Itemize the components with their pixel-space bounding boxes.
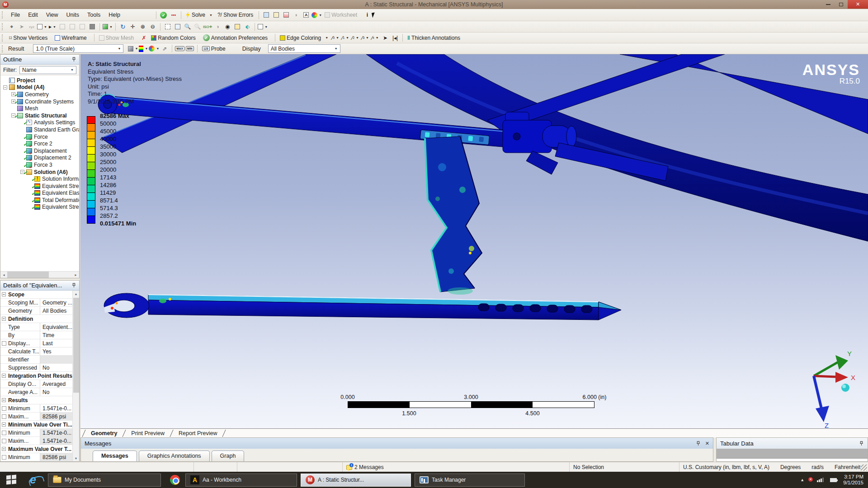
close-icon[interactable]: ✕ <box>705 441 709 446</box>
tree-item-force[interactable]: ✓ Force <box>0 133 79 141</box>
tree-item-standard-earth-gravity[interactable]: Standard Earth Gravity <box>0 126 79 133</box>
taskbar-workbench[interactable]: A Aa - Workbench <box>185 474 297 487</box>
iso-view-icon[interactable]: ISO✛ <box>203 22 212 31</box>
collapse-icon[interactable]: − <box>3 85 7 89</box>
details-row[interactable]: ByTime <box>0 331 72 339</box>
magnifier-green-icon[interactable]: 🔍 <box>183 22 192 31</box>
details-row[interactable]: Minimum1.5471e-0... <box>0 404 72 413</box>
minimize-button[interactable] <box>821 0 835 9</box>
zoom-out-icon[interactable]: ⊖ <box>148 22 157 31</box>
tray-expand-icon[interactable]: ▲ <box>800 478 804 482</box>
tree-item-displacement-2[interactable]: ✓ Displacement 2 <box>0 155 79 162</box>
geometry-display-icon[interactable]: ▼ <box>128 44 138 53</box>
details-group-maximum-value-over-time[interactable]: −Maximum Value Over T... <box>0 445 72 453</box>
label-pointer-icon[interactable]: ⌖ <box>7 22 16 31</box>
show-vertices-button[interactable]: ⌑Show Vertices <box>7 33 52 42</box>
details-row[interactable]: Identifier <box>0 356 72 364</box>
network-icon[interactable] <box>817 478 824 482</box>
toolbar-grip[interactable] <box>2 23 4 30</box>
tree-item-total-deformation[interactable]: ✓ Total Deformation <box>0 197 79 204</box>
scroll-left-icon[interactable]: ◂ <box>0 272 7 278</box>
tree-item-coordinate-systems[interactable]: + ✓ Coordinate Systems <box>0 98 79 105</box>
tree-item-equivalent-stress[interactable]: ✓ Equivalent Stress <box>0 183 79 190</box>
tab-print-preview[interactable]: Print Preview <box>126 430 170 436</box>
text-a-icon[interactable]: A <box>302 10 311 19</box>
edge-direction-icon[interactable]: ➤ <box>381 33 390 42</box>
details-row[interactable]: TypeEquivalent... <box>0 323 72 331</box>
select-body-icon[interactable] <box>88 22 97 31</box>
title-bar[interactable]: M A : Static Structural - Mechanical [AN… <box>0 0 868 9</box>
edge-option-2-icon[interactable]: ∕2▼ <box>351 33 360 42</box>
annotation-preferences-button[interactable]: ✓ Annotation Preferences <box>201 33 272 42</box>
tab-report-preview[interactable]: Report Preview <box>173 430 222 436</box>
details-row[interactable]: Minimum82586 psi <box>0 453 72 461</box>
tab-messages[interactable]: Messages <box>93 450 137 461</box>
tree-item-analysis-settings[interactable]: ✓ Analysis Settings <box>0 119 79 127</box>
checkbox[interactable] <box>2 414 6 419</box>
tab-geometry[interactable]: Geometry <box>85 430 123 436</box>
show-errors-button[interactable]: ?/ Show Errors <box>215 10 256 19</box>
model-canvas[interactable]: Y X Z <box>80 54 868 428</box>
collapse-icon[interactable]: − <box>2 317 6 321</box>
triad[interactable]: Y X Z <box>814 350 855 428</box>
details-row[interactable]: Average A...No <box>0 388 72 396</box>
rainbow-sphere-icon[interactable]: ▼ <box>149 44 159 53</box>
edge-option-1-icon[interactable]: ∕1▼ <box>341 33 350 42</box>
spellcheck-icon[interactable] <box>272 10 281 19</box>
outline-header[interactable]: Outline <box>0 55 79 65</box>
new-comment-icon[interactable] <box>262 10 271 19</box>
details-row[interactable]: SuppressedNo <box>0 364 72 372</box>
taskbar-task-manager[interactable]: Task Manager <box>415 474 525 487</box>
result-scale-dropdown[interactable]: 1.0 (True Scale)▼ <box>33 44 123 53</box>
tree-item-geometry[interactable]: + ✓ Geometry <box>0 91 79 98</box>
menu-edit[interactable]: Edit <box>24 12 42 18</box>
select-cursor-icon[interactable]: ▸▼ <box>48 22 57 31</box>
internet-explorer-icon[interactable]: e <box>30 474 42 486</box>
show-min-button[interactable]: MIN <box>185 44 194 53</box>
collapse-icon[interactable]: − <box>2 374 6 378</box>
window-layout-icon[interactable]: ▼ <box>258 22 268 31</box>
checkbox[interactable] <box>2 439 6 443</box>
maximize-button[interactable] <box>835 0 848 9</box>
chrome-icon[interactable] <box>170 475 180 485</box>
pin-icon[interactable] <box>696 441 701 446</box>
toolbar-grip[interactable] <box>2 11 4 19</box>
connections-icon[interactable]: ••• <box>169 10 178 19</box>
details-group-results[interactable]: −Results <box>0 396 72 404</box>
scroll-up-icon[interactable]: ▴ <box>73 291 79 297</box>
tree-item-equivalent-elastic-strain[interactable]: ✓ Equivalent Elastic Strain <box>0 190 79 197</box>
display-dropdown[interactable]: All Bodies▼ <box>268 44 340 53</box>
tree-item-force-2[interactable]: ✓ Force 2 <box>0 140 79 147</box>
checkbox[interactable] <box>2 455 6 460</box>
extend-selection-icon[interactable]: ▼ <box>103 22 113 31</box>
show-max-button[interactable]: MAX <box>175 44 184 53</box>
outline-hscrollbar[interactable]: ◂ ▸ <box>0 271 79 278</box>
tree-item-equivalent-stress-2[interactable]: ✓ Equivalent Stress 2 <box>0 204 79 211</box>
details-row[interactable]: Display...Last <box>0 339 72 347</box>
tab-graph[interactable]: Graph <box>212 450 245 461</box>
menu-help[interactable]: Help <box>104 12 124 18</box>
menu-tools[interactable]: Tools <box>83 12 104 18</box>
tree-item-solution-information[interactable]: ✓ Solution Information <box>0 175 79 183</box>
details-row[interactable]: GeometryAll Bodies <box>0 307 72 315</box>
taskbar-clock[interactable]: 3:17 PM 9/1/2015 <box>843 474 863 486</box>
zoom-fit-icon[interactable] <box>173 22 182 31</box>
toolbar-grip[interactable] <box>2 34 4 42</box>
collapse-icon[interactable]: − <box>2 398 6 402</box>
details-group-minimum-value-over-time[interactable]: −Minimum Value Over Ti... <box>0 421 72 429</box>
details-group-scope[interactable]: −Scope <box>0 291 72 299</box>
probe-annotation-icon[interactable]: ✗ <box>139 33 148 42</box>
details-row[interactable]: Scoping M...Geometry ... <box>0 299 72 307</box>
solve-button[interactable]: Solve▼ <box>184 10 214 19</box>
menu-view[interactable]: View <box>42 12 62 18</box>
box-zoom-icon[interactable] <box>163 22 172 31</box>
checkbox[interactable] <box>2 431 6 435</box>
close-button[interactable]: ✕ <box>848 0 868 9</box>
details-vscrollbar[interactable]: ▴ ▾ <box>72 291 79 461</box>
details-header[interactable]: Details of "Equivalen... <box>0 281 79 291</box>
pan-icon[interactable]: ✛ <box>128 22 137 31</box>
tab-graphics-annotations[interactable]: Graphics Annotations <box>139 450 210 461</box>
resize-grip[interactable] <box>861 465 867 471</box>
battery-icon[interactable] <box>830 478 837 482</box>
menu-units[interactable]: Units <box>62 12 83 18</box>
